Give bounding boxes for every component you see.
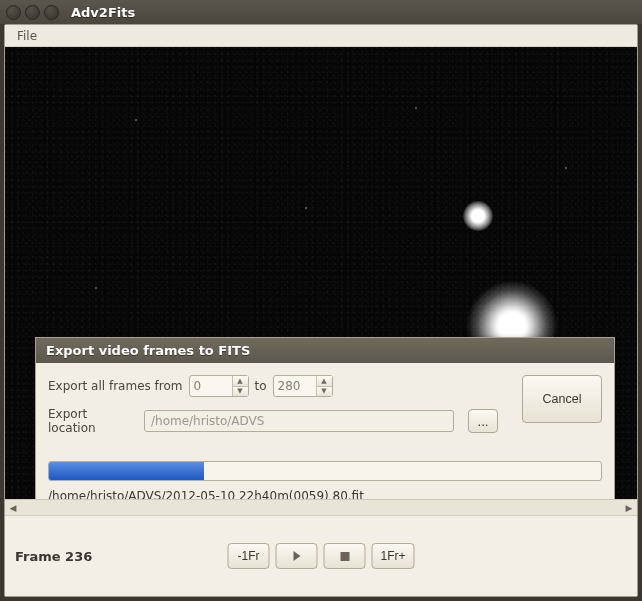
spin-down-icon[interactable]: ▼ [317,387,332,397]
minimize-icon[interactable] [25,5,40,20]
menubar: File [5,25,637,47]
maximize-icon[interactable] [44,5,59,20]
dialog-body: Export all frames from ▲ ▼ to [36,363,614,515]
spin-up-icon[interactable]: ▲ [233,376,248,387]
export-dialog: Export video frames to FITS Export all f… [35,337,615,515]
star-speck [135,119,137,121]
star-speck [95,287,97,289]
stop-button[interactable] [323,543,365,569]
cancel-button[interactable]: Cancel [522,375,602,423]
from-input[interactable] [190,376,232,396]
from-label: Export all frames from [48,379,183,393]
menu-file[interactable]: File [11,27,43,45]
scroll-left-icon[interactable]: ◀ [5,503,21,513]
horizontal-scrollbar[interactable]: ◀ ▶ [5,499,637,515]
titlebar: Adv2Fits [0,0,642,24]
play-icon [293,551,300,561]
spin-down-icon[interactable]: ▼ [233,387,248,397]
window-body: File Export video frames to FITS Export … [4,24,638,597]
spin-up-icon[interactable]: ▲ [317,376,332,387]
to-spinner[interactable]: ▲ ▼ [273,375,333,397]
next-frame-button[interactable]: 1Fr+ [371,543,414,569]
browse-button[interactable]: ... [468,409,498,433]
scroll-track[interactable] [21,500,621,515]
stop-icon [340,552,349,561]
dialog-title: Export video frames to FITS [36,338,614,363]
location-input[interactable] [144,410,454,432]
playback-controls: -1Fr 1Fr+ [227,543,414,569]
frame-label: Frame 236 [15,549,92,564]
star-speck [565,167,567,169]
location-label: Export location [48,407,138,435]
star-speck [415,107,417,109]
star-speck [305,207,307,209]
play-button[interactable] [275,543,317,569]
to-label: to [255,379,267,393]
star-medium [463,201,493,231]
to-input[interactable] [274,376,316,396]
window-controls [6,5,59,20]
footer: Frame 236 -1Fr 1Fr+ [5,515,637,596]
window-title: Adv2Fits [71,5,135,20]
video-viewer: Export video frames to FITS Export all f… [5,47,637,515]
from-spinner[interactable]: ▲ ▼ [189,375,249,397]
scroll-right-icon[interactable]: ▶ [621,503,637,513]
progress-bar [48,461,602,481]
progress-fill [49,462,204,480]
close-icon[interactable] [6,5,21,20]
prev-frame-button[interactable]: -1Fr [227,543,269,569]
